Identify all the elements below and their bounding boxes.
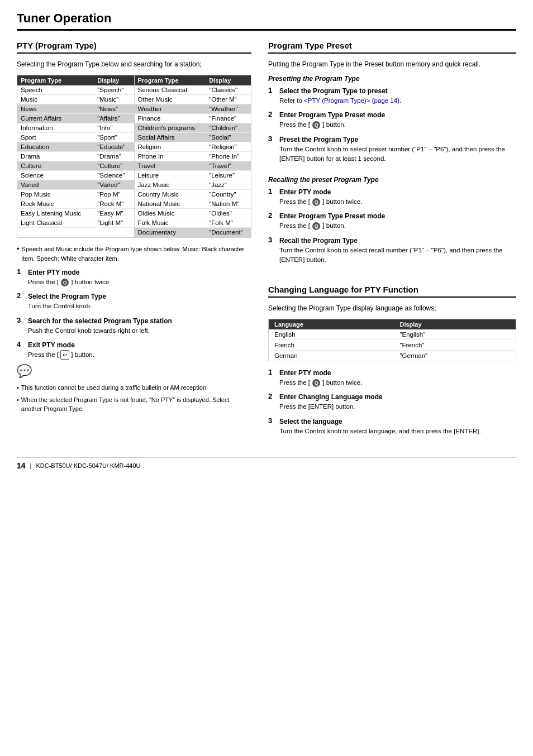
program-type-cell: Documentary	[135, 228, 206, 237]
display-cell: "Country"	[206, 190, 251, 199]
program-type-cell: Travel	[135, 161, 206, 171]
pty-section-title: PTY (Program Type)	[17, 41, 251, 54]
step-number: 4	[17, 340, 25, 348]
col-header-program-type-left: Program Type	[17, 75, 94, 85]
program-type-cell: Religion	[135, 142, 206, 152]
presetting-steps: 1 Select the Program Type to preset Refe…	[268, 86, 516, 164]
table-row: Folk Music"Folk M"	[135, 218, 251, 228]
lang-display-cell: "English"	[394, 329, 516, 340]
q-button[interactable]: Q	[312, 379, 320, 387]
pty-link[interactable]: <PTY (Program Type)> (page 14)	[304, 97, 399, 104]
table-row: Science"Science"	[17, 171, 134, 180]
step-number: 2	[268, 110, 276, 118]
table-row: Speech"Speech"	[17, 85, 134, 95]
pty-notes: •This function cannot be used during a t…	[17, 383, 251, 414]
col-header-display-right: Display	[206, 75, 251, 85]
lang-col-header: Language	[269, 319, 394, 330]
step-number: 3	[17, 316, 25, 324]
q-button[interactable]: Q	[312, 198, 320, 206]
q-button[interactable]: Q	[312, 222, 320, 230]
table-row: Culture"Culture"	[17, 161, 134, 171]
language-cell: French	[269, 340, 394, 351]
program-type-cell: Light Classical	[17, 218, 94, 228]
step-detail: Press the [ ↩ ] button.	[28, 350, 251, 360]
program-type-cell: Music	[17, 95, 94, 104]
step: 3 Preset the Program Type Turn the Contr…	[268, 135, 516, 164]
table-row: Education"Educate"	[17, 142, 134, 152]
footer-separator: |	[30, 462, 32, 469]
program-type-cell: Phone In	[135, 152, 206, 161]
step-number: 2	[268, 392, 276, 400]
program-type-cell: Oldies Music	[135, 209, 206, 218]
display-cell: "Drama"	[94, 152, 134, 161]
display-cell: "Document"	[206, 228, 251, 237]
step-title: Preset the Program Type	[279, 135, 516, 145]
step-content: Select the Program Type to preset Refer …	[279, 86, 516, 106]
display-cell: "Religion"	[206, 142, 251, 152]
step-detail: Press the [ Q ] button twice.	[28, 277, 251, 287]
left-column: PTY (Program Type) Selecting the Program…	[17, 41, 251, 441]
table-row: Pop Music"Pop M"	[17, 190, 134, 199]
right-column: Program Type Preset Putting the Program …	[268, 41, 516, 441]
col-header-display-left: Display	[94, 75, 134, 85]
pty-subtitle: Selecting the Program Type below and sea…	[17, 59, 251, 69]
step-detail: Press the [ Q ] button twice.	[279, 197, 516, 207]
step-title: Enter PTY mode	[279, 368, 516, 378]
q-button[interactable]: Q	[312, 121, 320, 129]
table-row: Music"Music"	[17, 95, 134, 104]
program-type-cell: Serious Classical	[135, 85, 206, 95]
step-number: 3	[268, 417, 276, 425]
language-table: Language Display English"English"French"…	[268, 319, 516, 361]
display-cell: "Travel"	[206, 161, 251, 171]
table-row: Children's programs"Children"	[135, 123, 251, 133]
program-type-cell: Sport	[17, 133, 94, 142]
display-cell: "Culture"	[94, 161, 134, 171]
footer-model: KDC-BT50U/ KDC-5047U/ KMR-440U	[36, 462, 140, 469]
back-button[interactable]: ↩	[60, 350, 69, 360]
step-number: 1	[268, 368, 276, 376]
step: 2 Enter Program Type Preset mode Press t…	[268, 110, 516, 130]
step: 1 Select the Program Type to preset Refe…	[268, 86, 516, 106]
table-row: Rock Music"Rock M"	[17, 199, 134, 209]
display-cell: "News"	[94, 104, 134, 114]
program-type-cell: Folk Music	[135, 218, 206, 228]
display-cell: "Folk M"	[206, 218, 251, 228]
step-title: Enter Program Type Preset mode	[279, 110, 516, 120]
page-title: Tuner Operation	[17, 11, 516, 31]
step-content: Enter Changing Language mode Press the […	[279, 392, 516, 412]
table-row: Other Music"Other M"	[135, 95, 251, 104]
program-type-cell: Culture	[17, 161, 94, 171]
step-title: Recall the Program Type	[279, 236, 516, 246]
pty-steps: 1 Enter PTY mode Press the [ Q ] button …	[17, 267, 251, 360]
program-type-cell: Other Music	[135, 95, 206, 104]
step-detail: Refer to <PTY (Program Type)> (page 14).	[279, 96, 516, 106]
note-text: This function cannot be used during a tr…	[21, 383, 208, 393]
step-title: Enter Changing Language mode	[279, 392, 516, 402]
program-type-cell: Drama	[17, 152, 94, 161]
display-cell: "Speech"	[94, 85, 134, 95]
table-row: Country Music"Country"	[135, 190, 251, 199]
step-detail: Press the [ Q ] button twice.	[279, 378, 516, 387]
q-button[interactable]: Q	[61, 279, 69, 286]
display-cell: "Leisure"	[206, 171, 251, 180]
note-text: When the selected Program Type is not fo…	[21, 395, 251, 414]
display-cell: "Science"	[94, 171, 134, 180]
step-content: Select the language Turn the Control kno…	[279, 417, 516, 436]
step: 3 Select the language Turn the Control k…	[268, 417, 516, 436]
step: 1 Enter PTY mode Press the [ Q ] button …	[17, 267, 251, 287]
step-title: Enter PTY mode	[28, 267, 251, 277]
table-row: Weather"Weather"	[135, 104, 251, 114]
step-content: Enter PTY mode Press the [ Q ] button tw…	[28, 267, 251, 287]
step-detail: Turn the Control knob.	[28, 302, 251, 311]
display-cell: "Classics"	[206, 85, 251, 95]
program-type-cell: News	[17, 104, 94, 114]
step-detail: Turn the Control knob to select preset n…	[279, 145, 516, 164]
step-content: Enter PTY mode Press the [ Q ] button tw…	[279, 187, 516, 207]
display-cell: "Nation M"	[206, 199, 251, 209]
table-row: Serious Classical"Classics"	[135, 85, 251, 95]
program-type-cell: Speech	[17, 85, 94, 95]
display-cell: "Sport"	[94, 133, 134, 142]
program-type-cell: Social Affairs	[135, 133, 206, 142]
program-type-cell: Varied	[17, 180, 94, 190]
lang-display-header: Display	[394, 319, 516, 330]
